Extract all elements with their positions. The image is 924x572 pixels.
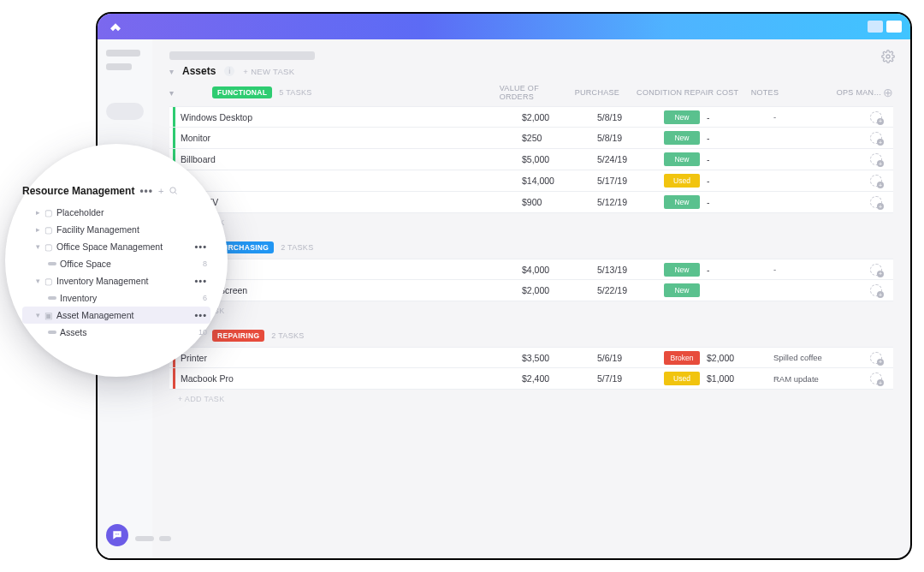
add-task-button[interactable]: + ADD TASK <box>169 301 893 325</box>
tree-folder-row[interactable]: ▸ ▢ Facility Management <box>22 221 210 238</box>
cell-condition[interactable]: New <box>657 152 707 166</box>
task-row[interactable]: Macbook Pro $2,400 5/7/19 Used $1,000 RA… <box>169 368 893 390</box>
cell-value[interactable]: $2,000 <box>522 112 597 122</box>
tree-folder-row[interactable]: ▾ ▢ Inventory Management ••• <box>22 272 210 289</box>
add-column-icon[interactable]: ⊕ <box>883 86 893 99</box>
cell-repair[interactable]: - <box>707 112 773 122</box>
cell-ops[interactable] <box>859 196 893 208</box>
cell-condition[interactable]: New <box>657 263 707 277</box>
cell-repair[interactable]: - <box>707 176 773 186</box>
tree-more-icon[interactable]: ••• <box>139 185 153 197</box>
cell-condition[interactable]: Used <box>657 372 707 385</box>
tree-list-row[interactable]: Inventory 6 <box>22 289 210 307</box>
cell-ops[interactable] <box>859 264 893 276</box>
task-name[interactable]: Car <box>175 176 522 186</box>
cell-ops[interactable] <box>859 111 893 123</box>
assignee-add-icon[interactable] <box>870 264 882 276</box>
tree-space-title[interactable]: Resource Management <box>22 185 134 197</box>
cell-purchase[interactable]: 5/17/19 <box>597 176 657 186</box>
chevron-icon[interactable]: ▸ <box>36 225 44 234</box>
cell-condition[interactable]: New <box>657 195 707 209</box>
tree-folder-row[interactable]: ▸ ▢ Placeholder <box>22 204 210 221</box>
search-input[interactable] <box>106 103 144 120</box>
cell-notes[interactable]: RAM update <box>773 374 859 384</box>
tree-more-icon[interactable]: ••• <box>194 276 207 286</box>
tree-more-icon[interactable]: ••• <box>194 241 207 252</box>
task-row[interactable]: Billboard $5,000 5/24/19 New - <box>169 149 893 170</box>
chevron-icon[interactable]: ▾ <box>36 277 44 285</box>
task-name[interactable]: Smart TV <box>175 197 522 207</box>
assignee-add-icon[interactable] <box>870 284 882 296</box>
assignee-add-icon[interactable] <box>870 352 882 364</box>
cell-notes[interactable]: Spilled coffee <box>773 353 859 362</box>
cell-repair[interactable]: - <box>707 265 773 275</box>
chevron-icon[interactable]: ▾ <box>36 242 44 251</box>
column-header-purchase[interactable]: PURCHASE <box>575 88 635 97</box>
cell-purchase[interactable]: 5/8/19 <box>597 133 657 143</box>
cell-condition[interactable]: Used <box>657 174 707 188</box>
cell-notes[interactable]: - <box>773 112 859 122</box>
task-name[interactable]: Monitor <box>175 133 522 143</box>
cell-repair[interactable]: $1,000 <box>707 373 773 384</box>
cell-purchase[interactable]: 5/24/19 <box>597 154 657 164</box>
cell-purchase[interactable]: 5/8/19 <box>597 112 657 122</box>
chevron-icon[interactable]: ▾ <box>36 311 44 319</box>
task-row[interactable]: Projector Screen $2,000 5/22/19 New <box>169 280 893 301</box>
tree-search-icon[interactable] <box>169 186 178 197</box>
chevron-icon[interactable]: ▸ <box>36 208 44 217</box>
cell-purchase[interactable]: 5/12/19 <box>597 197 657 207</box>
cell-value[interactable]: $2,000 <box>522 285 597 295</box>
cell-value[interactable]: $5,000 <box>522 154 597 164</box>
cell-purchase[interactable]: 5/6/19 <box>597 353 657 363</box>
cell-value[interactable]: $900 <box>522 197 597 207</box>
column-header-notes[interactable]: NOTES <box>751 88 837 97</box>
cell-notes[interactable]: - <box>773 265 859 274</box>
cell-repair[interactable]: - <box>707 154 773 164</box>
cell-condition[interactable]: New <box>657 110 707 124</box>
cell-value[interactable]: $4,000 <box>522 265 597 275</box>
status-group-label[interactable]: REPAIRING <box>212 330 264 342</box>
settings-gear-icon[interactable] <box>881 50 895 67</box>
add-task-button[interactable]: + ADD TASK <box>169 213 893 237</box>
cell-ops[interactable] <box>859 132 893 144</box>
task-name[interactable]: Billboard <box>175 154 522 164</box>
cell-value[interactable]: $14,000 <box>522 176 597 186</box>
cell-ops[interactable] <box>859 372 893 384</box>
task-row[interactable]: Car $14,000 5/17/19 Used - <box>169 170 893 192</box>
cell-repair[interactable]: - <box>707 133 773 143</box>
task-row[interactable]: Smart TV $900 5/12/19 New - <box>169 192 893 213</box>
column-header-value[interactable]: VALUE OF ORDERS <box>500 84 575 101</box>
task-name[interactable]: Windows Desktop <box>175 112 522 122</box>
tree-list-row[interactable]: Office Space 8 <box>22 255 210 272</box>
task-row[interactable]: Printer $3,500 5/6/19 Broken $2,000 Spil… <box>169 347 893 368</box>
assignee-add-icon[interactable] <box>870 153 882 165</box>
task-row[interactable]: Windows Desktop $2,000 5/8/19 New - - <box>169 106 893 128</box>
task-name[interactable]: Macbook Pro <box>175 373 522 384</box>
cell-condition[interactable]: New <box>657 131 707 145</box>
tree-folder-row[interactable]: ▾ ▣ Asset Management ••• <box>22 307 210 324</box>
column-header-ops[interactable]: OPS MAN… <box>837 88 883 97</box>
window-min-button[interactable] <box>868 21 883 33</box>
assignee-add-icon[interactable] <box>870 372 882 384</box>
cell-value[interactable]: $3,500 <box>522 353 597 363</box>
assignee-add-icon[interactable] <box>870 111 882 123</box>
tree-more-icon[interactable]: ••• <box>194 310 207 320</box>
assignee-add-icon[interactable] <box>870 196 882 208</box>
status-group-label[interactable]: FUNCTIONAL <box>212 86 272 98</box>
column-header-repair[interactable]: REPAIR COST <box>684 88 751 97</box>
tree-list-row[interactable]: Assets 10 <box>22 324 210 341</box>
cell-purchase[interactable]: 5/7/19 <box>597 373 657 384</box>
assignee-add-icon[interactable] <box>870 175 882 187</box>
info-icon[interactable]: i <box>224 66 234 76</box>
window-max-button[interactable] <box>886 21 902 33</box>
chat-button[interactable] <box>106 524 128 546</box>
task-name[interactable]: Projector Screen <box>175 285 522 295</box>
cell-ops[interactable] <box>859 153 893 165</box>
assignee-add-icon[interactable] <box>870 132 882 144</box>
task-row[interactable]: Projector $4,000 5/13/19 New - - <box>169 259 893 280</box>
cell-purchase[interactable]: 5/13/19 <box>597 265 657 275</box>
cell-repair[interactable]: $2,000 <box>707 353 773 363</box>
cell-ops[interactable] <box>859 352 893 364</box>
add-task-button[interactable]: + ADD TASK <box>169 390 893 414</box>
cell-condition[interactable]: New <box>657 283 707 297</box>
